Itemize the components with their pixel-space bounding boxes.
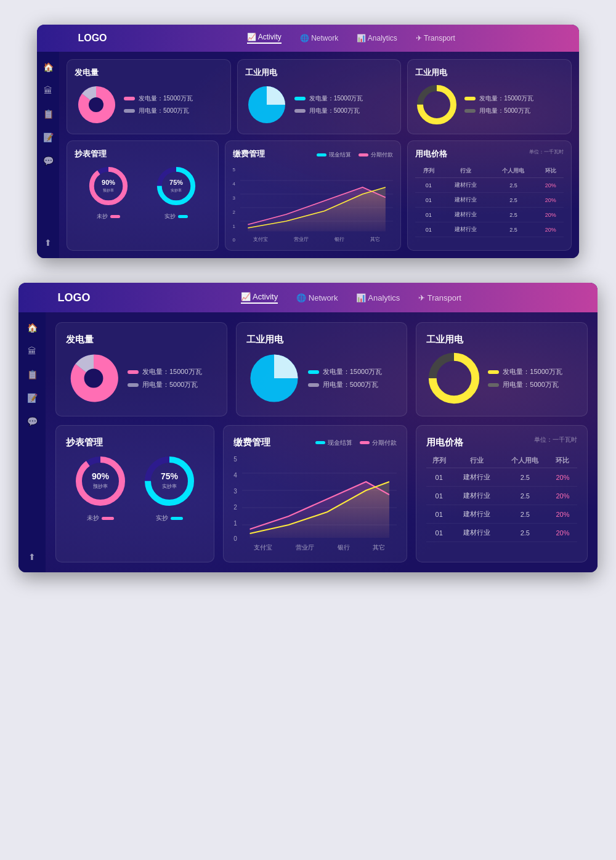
pink-pie-chart (75, 83, 118, 126)
sidebar-note-icon[interactable]: 📝 (42, 131, 54, 144)
meter-75-wrapper-l: 75% 实抄率 (142, 453, 197, 509)
sidebar-bank-icon[interactable]: 🏛 (42, 84, 54, 97)
nav-activity[interactable]: 📈 Activity (247, 33, 282, 44)
gray-dot-l (488, 383, 499, 387)
yellow-donut-chart (415, 83, 458, 126)
col-personal: 个人用电 (490, 164, 538, 178)
svg-text:预抄率: 预抄率 (103, 188, 114, 192)
nav-transport-large[interactable]: ✈ Transport (418, 292, 461, 304)
nav-analytics[interactable]: 📊 Analytics (357, 33, 397, 44)
industrial-power-card-2-l: 工业用电 发电量：15000万瓦 (416, 322, 588, 416)
power-card-content: 发电量：15000万瓦 用电量：5000万瓦 (75, 83, 223, 126)
table-row: 01建材行业2.520% (415, 193, 564, 208)
sidebar-chat-icon-l[interactable]: 💬 (26, 415, 38, 428)
nav-small: 📈 Activity 🌐 Network 📊 Analytics ✈ Trans… (136, 33, 567, 44)
white-dot-l (128, 383, 139, 387)
sidebar-home-icon-l[interactable]: 🏠 (26, 322, 38, 334)
svg-point-20 (84, 369, 103, 388)
top-cards-row: 发电量 (67, 59, 572, 134)
sidebar-list-icon-l[interactable]: 📋 (26, 368, 38, 381)
main-layout-small: 🏠 🏛 📋 📝 💬 ⬆ 发电量 (37, 52, 579, 258)
industrial-title-2-l: 工业用电 (426, 333, 577, 346)
meter-title: 抄表管理 (75, 148, 211, 160)
sidebar-list-icon[interactable]: 📋 (42, 108, 54, 120)
industrial-title-1-l: 工业用电 (246, 333, 397, 346)
unread-dot (110, 215, 120, 218)
nav-activity-large[interactable]: 📈 Activity (241, 292, 278, 304)
nav-analytics-large[interactable]: 📊 Analytics (356, 292, 400, 304)
yellow-use-stat: 用电量：5000万瓦 (464, 107, 533, 115)
electricity-price-card: 用电价格 单位：一千瓦时 序列 行业 个人用电 环比 (407, 140, 572, 251)
sidebar-chat-icon[interactable]: 💬 (42, 155, 54, 167)
yellow-gen-stat: 发电量：15000万瓦 (464, 94, 533, 103)
white-dot-2 (294, 109, 306, 113)
table-row: 01建材行业2.520% (415, 178, 564, 193)
sidebar-note-icon-l[interactable]: 📝 (26, 392, 38, 404)
electricity-price-card-l: 用电价格 单位：一千瓦时 序列 行业 个人用电 环比 (416, 425, 588, 562)
meter-75-wrapper: 75% 实抄率 (155, 164, 198, 208)
power-generation-card: 发电量 (67, 59, 231, 134)
sidebar-upload-icon-l[interactable]: ⬆ (26, 551, 38, 563)
content-small: 发电量 (59, 52, 579, 258)
payment-legend: 现金结算 分期付款 (317, 151, 393, 159)
legend-unread: 未抄 (97, 213, 120, 221)
price-title: 用电价格 (415, 148, 447, 160)
yellow-stats: 发电量：15000万瓦 用电量：5000万瓦 (464, 94, 533, 115)
power-title: 发电量 (75, 67, 223, 78)
yellow-stats-l: 发电量：15000万瓦 用电量：5000万瓦 (488, 367, 562, 389)
industrial-power-card-1: 工业用电 发电量：15000万瓦 (237, 59, 402, 134)
power-card-content-l: 发电量：15000万瓦 用电量：5000万瓦 (66, 351, 217, 406)
x-axis-l: 支付宝 营业厅 银行 其它 (242, 543, 397, 552)
pink-pie-chart-l (66, 351, 121, 406)
legend-read-l: 实抄 (156, 514, 183, 522)
unread-dot-l (102, 517, 114, 520)
nav-large: 📈 Activity 🌐 Network 📊 Analytics ✈ Trans… (117, 292, 585, 304)
payment-legend-l: 现金结算 分期付款 (315, 439, 397, 447)
power-generation-card-l: 发电量 (55, 322, 227, 416)
col-sequence: 序列 (415, 164, 442, 178)
sidebar-upload-icon[interactable]: ⬆ (42, 237, 54, 249)
svg-text:预抄率: 预抄率 (93, 484, 108, 489)
svg-text:75%: 75% (161, 471, 179, 481)
y-axis: 5 4 3 2 1 0 (233, 167, 235, 243)
top-cards-row-l: 发电量 (55, 322, 588, 416)
gray-dot (464, 109, 476, 113)
yellow-dot (464, 97, 476, 100)
bottom-cards-row-l: 抄表管理 90% 预抄率 (55, 425, 588, 562)
cyan-pie-chart (245, 83, 288, 126)
meter-management-card-l: 抄表管理 90% 预抄率 (55, 425, 214, 562)
meter-90-wrapper-l: 90% 预抄率 (73, 453, 128, 509)
header-small: LOGO 📈 Activity 🌐 Network 📊 Analytics ✈ … (37, 25, 579, 52)
nav-network-large[interactable]: 🌐 Network (296, 292, 338, 304)
yellow-donut-chart-l (426, 351, 482, 406)
meter-90-chart-l: 90% 预抄率 (73, 453, 128, 509)
nav-network[interactable]: 🌐 Network (300, 33, 338, 44)
yellow-gen-stat-l: 发电量：15000万瓦 (488, 367, 562, 376)
power-gen-stat-l: 发电量：15000万瓦 (128, 367, 202, 376)
sidebar-home-icon[interactable]: 🏠 (42, 61, 54, 73)
power-gen-stat: 发电量：15000万瓦 (124, 94, 193, 103)
payment-management-card: 缴费管理 现金结算 分期付款 (225, 140, 402, 251)
meter-90-chart: 90% 预抄率 (87, 164, 130, 208)
cash-dot-l (315, 441, 325, 444)
cyan-gen-stat-l: 发电量：15000万瓦 (308, 367, 383, 376)
sidebar-bank-icon-l[interactable]: 🏛 (26, 345, 38, 357)
yellow-card-content: 发电量：15000万瓦 用电量：5000万瓦 (415, 83, 564, 126)
meter-circles-l: 90% 预抄率 75% 实抄率 (66, 453, 204, 509)
payment-chart-l (242, 456, 397, 542)
industrial-power-card-2: 工业用电 发电量：15000万瓦 (407, 59, 572, 134)
yellow-use-stat-l: 用电量：5000万瓦 (488, 380, 562, 389)
price-unit-l: 单位：一千瓦时 (534, 436, 577, 444)
cyan-pie-chart-l (246, 351, 302, 406)
nav-transport[interactable]: ✈ Transport (416, 33, 455, 44)
svg-point-25 (79, 460, 122, 503)
main-layout-large: 🏠 🏛 📋 📝 💬 ⬆ 发电量 (18, 312, 598, 572)
cyan-stats: 发电量：15000万瓦 用电量：5000万瓦 (294, 94, 363, 115)
meter-circles: 90% 预抄率 75% 实抄率 (75, 164, 211, 208)
price-title-l: 用电价格 (426, 436, 463, 448)
dashboard-large: LOGO 📈 Activity 🌐 Network 📊 Analytics ✈ … (18, 283, 598, 572)
legend-unread-l: 未抄 (87, 514, 114, 522)
installment-dot (359, 153, 368, 156)
sidebar-large: 🏠 🏛 📋 📝 💬 ⬆ (18, 312, 46, 572)
legend-read: 实抄 (164, 213, 188, 221)
